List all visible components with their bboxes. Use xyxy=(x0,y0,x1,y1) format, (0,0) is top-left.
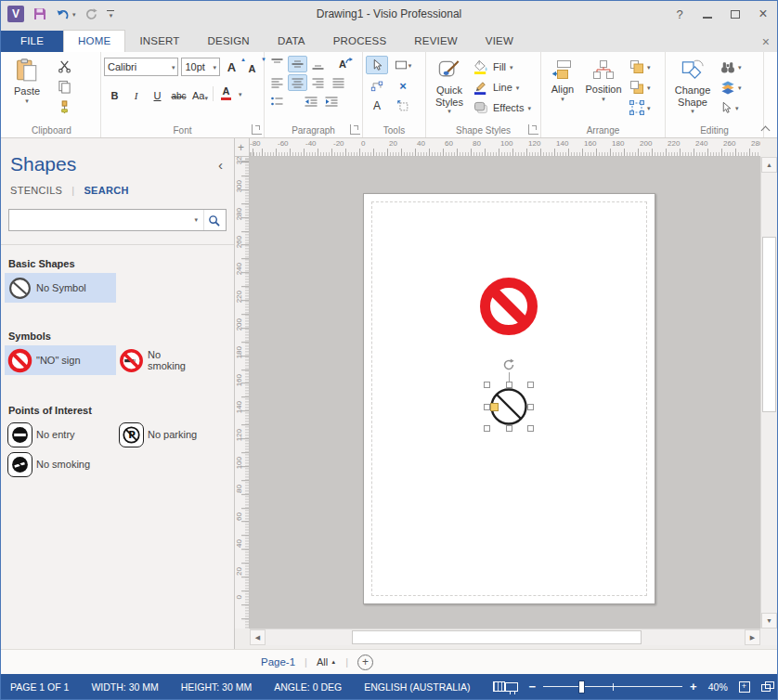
send-backward-button[interactable]: ▾ xyxy=(629,78,651,97)
shrink-font-button[interactable]: A ▼ xyxy=(243,58,261,76)
control-handle[interactable] xyxy=(490,403,499,411)
rotation-handle[interactable] xyxy=(502,358,515,373)
free-transform-tool-button[interactable] xyxy=(392,97,414,115)
quick-styles-button[interactable]: Quick Styles ▾ xyxy=(429,55,470,123)
stencil-no-sign[interactable]: "NO" sign xyxy=(5,345,116,375)
stencil-no-symbol[interactable]: No Symbol xyxy=(5,273,116,303)
zoom-level[interactable]: 40% xyxy=(708,681,728,693)
selection-handle-e[interactable] xyxy=(527,404,534,410)
tab-search[interactable]: SEARCH xyxy=(84,185,128,196)
selection-handle-w[interactable] xyxy=(484,404,490,410)
page-tab-page1[interactable]: Page-1 xyxy=(261,656,295,668)
tab-home[interactable]: HOME xyxy=(63,30,125,52)
change-shape-button[interactable]: Change Shape ▾ xyxy=(668,55,717,123)
horizontal-scroll-thumb[interactable] xyxy=(352,630,642,644)
font-dialog-launcher[interactable] xyxy=(252,124,262,135)
group-button[interactable]: ▾ xyxy=(629,98,651,117)
visio-app-icon[interactable]: V xyxy=(7,6,24,22)
no-sign-shape[interactable] xyxy=(480,278,538,337)
find-button[interactable]: ▾ xyxy=(720,58,742,76)
align-center-button[interactable] xyxy=(288,74,307,91)
search-icon[interactable] xyxy=(203,210,226,230)
zoom-slider-thumb[interactable] xyxy=(578,681,585,694)
align-right-button[interactable] xyxy=(308,74,328,91)
text-tool-button[interactable]: A xyxy=(366,97,388,115)
zoom-slider[interactable] xyxy=(543,681,682,694)
status-page-count[interactable]: PAGE 1 OF 1 xyxy=(10,681,69,693)
font-size-combo[interactable]: 10pt ▾ xyxy=(181,58,220,76)
vertical-scroll-thumb[interactable] xyxy=(762,237,776,412)
stencil-no-smoking-red[interactable]: No smoking xyxy=(116,345,227,375)
select-button[interactable]: ▾ xyxy=(720,98,742,117)
zoom-out-button[interactable]: − xyxy=(529,680,537,694)
scroll-down-button[interactable]: ▼ xyxy=(761,613,777,629)
horizontal-scrollbar[interactable]: ◀ ▶ xyxy=(250,629,760,645)
font-color-button[interactable]: A xyxy=(217,84,235,103)
italic-button[interactable]: I xyxy=(127,84,145,103)
collapse-panel-icon[interactable]: ‹ xyxy=(218,158,223,172)
vertical-scrollbar[interactable]: ▲ ▼ xyxy=(760,157,777,629)
stencil-no-smoking-bw[interactable]: No smoking xyxy=(5,449,135,479)
effects-button[interactable]: Effects ▾ xyxy=(473,98,531,117)
layers-button[interactable]: ▾ xyxy=(720,78,742,97)
status-shape-height[interactable]: HEIGHT: 30 MM xyxy=(181,681,252,693)
position-button[interactable]: Position ▾ xyxy=(581,55,626,123)
fill-button[interactable]: Fill ▾ xyxy=(473,58,531,76)
selected-shape[interactable] xyxy=(487,385,530,428)
grow-font-button[interactable]: A ▲ xyxy=(223,58,240,76)
undo-button[interactable]: ▾ xyxy=(56,7,76,21)
undo-dropdown-icon[interactable]: ▾ xyxy=(72,11,76,18)
tab-design[interactable]: DESIGN xyxy=(194,31,264,52)
bring-forward-button[interactable]: ▾ xyxy=(629,58,651,76)
maximize-button[interactable] xyxy=(721,3,749,25)
paste-dropdown-icon[interactable]: ▾ xyxy=(25,97,29,104)
paragraph-dialog-launcher[interactable] xyxy=(350,124,360,135)
tab-file[interactable]: FILE xyxy=(1,31,63,52)
drawing-viewport[interactable] xyxy=(250,157,760,629)
connection-point-tool-button[interactable]: × xyxy=(392,76,414,95)
status-shape-angle[interactable]: ANGLE: 0 DEG xyxy=(274,681,342,693)
justify-button[interactable] xyxy=(329,74,348,91)
customize-qat-button[interactable]: ▾ xyxy=(107,10,114,19)
search-history-dropdown-icon[interactable]: ▾ xyxy=(188,216,203,224)
tab-data[interactable]: DATA xyxy=(264,31,319,52)
decrease-indent-button[interactable] xyxy=(301,93,320,110)
stencil-no-entry[interactable]: No entry xyxy=(5,420,116,449)
add-page-button[interactable]: + xyxy=(357,655,373,670)
align-middle-button[interactable] xyxy=(288,56,307,72)
zoom-in-button[interactable]: + xyxy=(690,680,697,694)
selection-handle-n[interactable] xyxy=(506,382,512,388)
text-direction-button[interactable]: A xyxy=(336,56,356,72)
scroll-up-button[interactable]: ▲ xyxy=(761,157,777,173)
save-button[interactable] xyxy=(32,6,47,21)
fit-page-icon[interactable] xyxy=(739,681,750,693)
tab-review[interactable]: REVIEW xyxy=(400,31,472,52)
status-shape-width[interactable]: WIDTH: 30 MM xyxy=(91,681,158,693)
rectangle-tool-button[interactable]: ▾ xyxy=(392,56,414,74)
shape-search-input[interactable] xyxy=(9,210,188,230)
tab-process[interactable]: PROCESS xyxy=(319,31,401,52)
scroll-right-button[interactable]: ▶ xyxy=(745,629,760,645)
scroll-left-button[interactable]: ◀ xyxy=(250,629,266,645)
bullets-button[interactable] xyxy=(267,93,287,110)
format-painter-button[interactable] xyxy=(54,97,74,117)
close-document-button[interactable]: × xyxy=(762,35,770,48)
tab-view[interactable]: VIEW xyxy=(472,31,527,52)
font-color-dropdown-icon[interactable]: ▾ xyxy=(239,91,242,97)
selection-handle-s[interactable] xyxy=(506,425,512,432)
bold-button[interactable]: B xyxy=(106,84,123,103)
paste-button[interactable]: Paste ▾ xyxy=(6,55,48,123)
stencil-no-parking[interactable]: P No parking xyxy=(116,420,227,449)
pointer-tool-button[interactable] xyxy=(366,56,388,74)
selection-handle-nw[interactable] xyxy=(484,382,490,388)
status-language[interactable]: ENGLISH (AUSTRALIA) xyxy=(364,681,470,693)
close-button[interactable]: × xyxy=(749,3,777,25)
redo-button[interactable] xyxy=(84,7,98,21)
strikethrough-button[interactable]: abc xyxy=(170,84,188,103)
increase-indent-button[interactable] xyxy=(321,93,341,110)
underline-button[interactable]: U xyxy=(149,84,166,103)
all-pages-button[interactable]: All ▲ xyxy=(317,656,336,668)
align-button[interactable]: Align ▾ xyxy=(544,55,581,123)
line-button[interactable]: Line ▾ xyxy=(473,78,531,97)
selection-handle-sw[interactable] xyxy=(484,425,490,432)
